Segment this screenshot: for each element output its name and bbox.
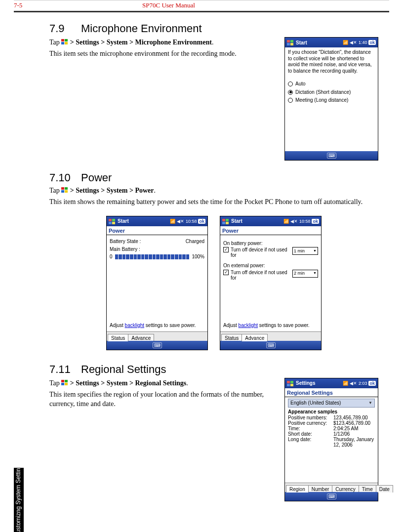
svg-rect-4: [287, 40, 290, 42]
radio-icon: [288, 82, 293, 86]
svg-rect-10: [61, 190, 64, 193]
svg-rect-27: [290, 384, 293, 386]
section-side-tab: Customizng System Settings: [14, 468, 24, 532]
tab-date[interactable]: Date: [376, 485, 393, 492]
tap-path-7-10: Tap > Settings > System > Power.: [49, 186, 378, 196]
radio-option[interactable]: Auto: [288, 81, 375, 87]
windows-flag-icon: [61, 39, 68, 44]
svg-rect-5: [290, 40, 293, 42]
screen-subtitle: Power: [107, 226, 207, 235]
sample-row: Positive numbers:123,456,789.00: [288, 415, 375, 420]
titlebar-title: Start: [231, 218, 283, 224]
radio-option[interactable]: Meeting (Long distance): [288, 97, 375, 104]
duration-select[interactable]: 2 min: [292, 270, 318, 278]
appearance-samples-label: Appearance samples: [285, 409, 378, 414]
duration-select[interactable]: 1 min: [292, 247, 318, 255]
radio-option[interactable]: Dictation (Short distance): [288, 89, 375, 96]
svg-rect-2: [61, 42, 64, 44]
sample-key: Positive currency:: [288, 420, 333, 426]
radio-label: Dictation (Short distance): [295, 89, 351, 96]
heading-number: 7.9: [49, 22, 81, 35]
page-number: 7-5: [14, 1, 142, 9]
svg-rect-23: [65, 383, 68, 385]
tab-status[interactable]: Status: [108, 334, 128, 341]
heading-7-11: 7.11Regional Settings: [49, 363, 378, 376]
tap-path-7-11: Tap > Settings > System > Regional Setti…: [49, 379, 276, 388]
svg-rect-17: [226, 219, 229, 221]
svg-rect-26: [287, 384, 290, 386]
tab-currency[interactable]: Currency: [332, 485, 359, 492]
windows-flag-icon: [61, 187, 68, 193]
locale-select[interactable]: English (United States): [288, 399, 375, 408]
titlebar-status-icons: 📶 ◀✕ 10:58 ok: [283, 219, 319, 224]
svg-rect-15: [112, 222, 115, 224]
ok-button[interactable]: ok: [368, 381, 376, 386]
sample-key: Short date:: [288, 431, 333, 437]
radio-icon: [288, 90, 293, 95]
battery-progress-bar: [115, 254, 190, 260]
screenshot-mic-env: Start 📶 ◀✕ 1:40 ok If you choose "Dictat…: [284, 37, 378, 161]
svg-rect-16: [222, 219, 225, 221]
svg-rect-14: [109, 222, 112, 224]
heading-title: Regional Settings: [81, 363, 166, 375]
sample-row: Short date:1/12/06: [288, 431, 375, 437]
screenshot-regional: Settings 📶 ◀✕ 2:03 ok Regional Settings …: [284, 378, 378, 501]
svg-rect-8: [61, 187, 64, 190]
titlebar-title: Settings: [296, 380, 343, 386]
heading-7-9: 7.9Microphone Environment: [49, 22, 378, 35]
turnoff-label: Turn off device if not used for: [231, 247, 290, 258]
keyboard-icon[interactable]: ⌨: [153, 342, 162, 348]
keyboard-icon[interactable]: ⌨: [266, 342, 276, 348]
svg-rect-18: [222, 222, 225, 224]
progress-max: 100%: [192, 254, 204, 260]
titlebar-status-icons: 📶 ◀✕ 10:58 ok: [170, 219, 205, 224]
svg-rect-1: [65, 39, 68, 41]
backlight-link[interactable]: backlight: [125, 323, 144, 328]
battery-state-label: Battery State :: [110, 239, 141, 245]
main-battery-label: Main Battery :: [110, 246, 204, 253]
screenshot-power-advance: Start 📶 ◀✕ 10:58 ok Power On battery pow…: [220, 216, 322, 350]
mic-env-hint: If you choose "Dictation", the distance …: [288, 49, 375, 74]
svg-rect-12: [109, 219, 112, 221]
manual-title: SP70C User Manual: [142, 1, 195, 9]
ok-button[interactable]: ok: [312, 219, 319, 224]
tab-number[interactable]: Number: [308, 485, 333, 492]
windows-flag-icon: [287, 381, 294, 387]
sample-value: $123,456,789.00: [333, 420, 375, 426]
sample-key: Positive numbers:: [288, 415, 333, 420]
titlebar-status-icons: 📶 ◀✕ 2:03 ok: [343, 381, 376, 386]
checkbox[interactable]: [223, 247, 229, 252]
tab-advance[interactable]: Advance: [242, 334, 268, 341]
svg-rect-3: [65, 42, 68, 44]
svg-rect-7: [290, 43, 293, 45]
checkbox[interactable]: [223, 270, 229, 275]
sample-key: Long date:: [288, 437, 333, 448]
backlight-link[interactable]: backlight: [239, 323, 258, 328]
sample-row: Positive currency:$123,456,789.00: [288, 420, 375, 426]
power-group-label: On battery power:: [223, 241, 318, 247]
sample-value: 1/12/06: [333, 431, 375, 437]
sample-value: 2:04:25 AM: [333, 426, 375, 431]
tab-status[interactable]: Status: [221, 334, 242, 341]
tab-time[interactable]: Time: [359, 485, 376, 492]
desc-7-9: This item sets the microphone environmen…: [49, 49, 276, 59]
screen-subtitle: Regional Settings: [285, 388, 378, 397]
tab-advance[interactable]: Advance: [128, 334, 154, 341]
titlebar-title: Start: [296, 40, 343, 45]
windows-flag-icon: [287, 40, 294, 46]
svg-rect-25: [290, 381, 293, 383]
radio-label: Auto: [295, 81, 306, 87]
backlight-hint: Adjust backlight settings to save power.: [109, 322, 205, 332]
svg-rect-11: [65, 190, 68, 193]
keyboard-icon[interactable]: ⌨: [327, 153, 336, 159]
keyboard-icon[interactable]: ⌨: [327, 493, 336, 499]
desc-7-11: This item specifies the region of your l…: [49, 390, 276, 409]
windows-flag-icon: [61, 379, 68, 385]
sample-row: Long date:Thursday, January 12, 2006: [288, 437, 375, 448]
svg-rect-19: [226, 222, 229, 224]
svg-rect-9: [65, 187, 68, 190]
ok-button[interactable]: ok: [198, 219, 205, 224]
svg-rect-21: [65, 380, 68, 382]
ok-button[interactable]: ok: [368, 40, 376, 45]
tab-region[interactable]: Region: [286, 485, 309, 492]
